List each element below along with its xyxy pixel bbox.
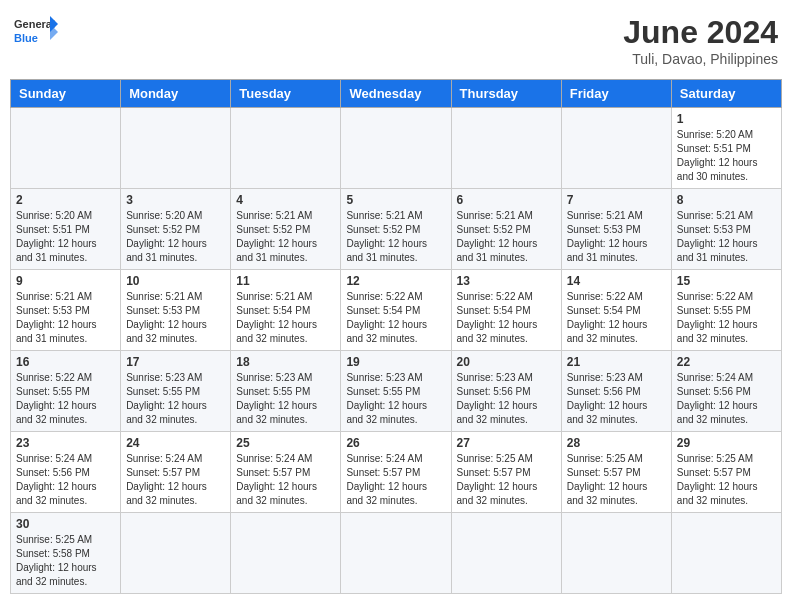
day-info: Sunrise: 5:20 AM Sunset: 5:52 PM Dayligh… [126, 209, 225, 265]
calendar-cell: 8Sunrise: 5:21 AM Sunset: 5:53 PM Daylig… [671, 189, 781, 270]
day-number: 7 [567, 193, 666, 207]
day-number: 2 [16, 193, 115, 207]
calendar-cell: 24Sunrise: 5:24 AM Sunset: 5:57 PM Dayli… [121, 432, 231, 513]
calendar-cell: 2Sunrise: 5:20 AM Sunset: 5:51 PM Daylig… [11, 189, 121, 270]
weekday-header-wednesday: Wednesday [341, 80, 451, 108]
generalblue-logo-icon: General Blue [14, 14, 58, 54]
calendar-cell: 27Sunrise: 5:25 AM Sunset: 5:57 PM Dayli… [451, 432, 561, 513]
day-number: 24 [126, 436, 225, 450]
day-info: Sunrise: 5:20 AM Sunset: 5:51 PM Dayligh… [677, 128, 776, 184]
calendar-cell [121, 108, 231, 189]
day-info: Sunrise: 5:21 AM Sunset: 5:54 PM Dayligh… [236, 290, 335, 346]
day-number: 23 [16, 436, 115, 450]
day-number: 27 [457, 436, 556, 450]
day-info: Sunrise: 5:21 AM Sunset: 5:52 PM Dayligh… [346, 209, 445, 265]
day-number: 12 [346, 274, 445, 288]
day-number: 22 [677, 355, 776, 369]
weekday-header-tuesday: Tuesday [231, 80, 341, 108]
day-number: 17 [126, 355, 225, 369]
calendar-cell [121, 513, 231, 594]
weekday-header-thursday: Thursday [451, 80, 561, 108]
day-info: Sunrise: 5:24 AM Sunset: 5:57 PM Dayligh… [236, 452, 335, 508]
calendar-cell: 4Sunrise: 5:21 AM Sunset: 5:52 PM Daylig… [231, 189, 341, 270]
calendar-cell: 21Sunrise: 5:23 AM Sunset: 5:56 PM Dayli… [561, 351, 671, 432]
day-number: 9 [16, 274, 115, 288]
day-number: 19 [346, 355, 445, 369]
calendar-week-row: 9Sunrise: 5:21 AM Sunset: 5:53 PM Daylig… [11, 270, 782, 351]
day-info: Sunrise: 5:23 AM Sunset: 5:55 PM Dayligh… [126, 371, 225, 427]
calendar-week-row: 1Sunrise: 5:20 AM Sunset: 5:51 PM Daylig… [11, 108, 782, 189]
calendar-cell: 22Sunrise: 5:24 AM Sunset: 5:56 PM Dayli… [671, 351, 781, 432]
calendar-cell: 11Sunrise: 5:21 AM Sunset: 5:54 PM Dayli… [231, 270, 341, 351]
day-number: 3 [126, 193, 225, 207]
day-info: Sunrise: 5:22 AM Sunset: 5:54 PM Dayligh… [346, 290, 445, 346]
weekday-header-friday: Friday [561, 80, 671, 108]
day-info: Sunrise: 5:22 AM Sunset: 5:55 PM Dayligh… [16, 371, 115, 427]
day-number: 14 [567, 274, 666, 288]
calendar-cell [11, 108, 121, 189]
day-number: 25 [236, 436, 335, 450]
calendar-cell [451, 513, 561, 594]
calendar-cell [561, 513, 671, 594]
weekday-header-sunday: Sunday [11, 80, 121, 108]
calendar-cell: 16Sunrise: 5:22 AM Sunset: 5:55 PM Dayli… [11, 351, 121, 432]
calendar-week-row: 23Sunrise: 5:24 AM Sunset: 5:56 PM Dayli… [11, 432, 782, 513]
logo-area: General Blue [14, 14, 58, 54]
day-number: 29 [677, 436, 776, 450]
calendar-cell: 9Sunrise: 5:21 AM Sunset: 5:53 PM Daylig… [11, 270, 121, 351]
calendar-cell: 26Sunrise: 5:24 AM Sunset: 5:57 PM Dayli… [341, 432, 451, 513]
calendar-cell: 1Sunrise: 5:20 AM Sunset: 5:51 PM Daylig… [671, 108, 781, 189]
day-info: Sunrise: 5:24 AM Sunset: 5:56 PM Dayligh… [677, 371, 776, 427]
day-info: Sunrise: 5:22 AM Sunset: 5:54 PM Dayligh… [457, 290, 556, 346]
day-info: Sunrise: 5:22 AM Sunset: 5:55 PM Dayligh… [677, 290, 776, 346]
day-info: Sunrise: 5:21 AM Sunset: 5:52 PM Dayligh… [457, 209, 556, 265]
calendar-cell: 15Sunrise: 5:22 AM Sunset: 5:55 PM Dayli… [671, 270, 781, 351]
day-info: Sunrise: 5:21 AM Sunset: 5:53 PM Dayligh… [126, 290, 225, 346]
day-info: Sunrise: 5:21 AM Sunset: 5:53 PM Dayligh… [16, 290, 115, 346]
calendar-week-row: 2Sunrise: 5:20 AM Sunset: 5:51 PM Daylig… [11, 189, 782, 270]
month-year-title: June 2024 [623, 14, 778, 51]
day-number: 1 [677, 112, 776, 126]
title-area: June 2024 Tuli, Davao, Philippines [623, 14, 778, 67]
weekday-header-row: SundayMondayTuesdayWednesdayThursdayFrid… [11, 80, 782, 108]
day-number: 20 [457, 355, 556, 369]
calendar-cell: 3Sunrise: 5:20 AM Sunset: 5:52 PM Daylig… [121, 189, 231, 270]
calendar-cell [231, 108, 341, 189]
day-number: 6 [457, 193, 556, 207]
day-number: 8 [677, 193, 776, 207]
weekday-header-saturday: Saturday [671, 80, 781, 108]
calendar-cell: 28Sunrise: 5:25 AM Sunset: 5:57 PM Dayli… [561, 432, 671, 513]
day-info: Sunrise: 5:23 AM Sunset: 5:56 PM Dayligh… [567, 371, 666, 427]
day-number: 15 [677, 274, 776, 288]
day-number: 5 [346, 193, 445, 207]
day-info: Sunrise: 5:20 AM Sunset: 5:51 PM Dayligh… [16, 209, 115, 265]
calendar-cell: 29Sunrise: 5:25 AM Sunset: 5:57 PM Dayli… [671, 432, 781, 513]
day-info: Sunrise: 5:23 AM Sunset: 5:56 PM Dayligh… [457, 371, 556, 427]
svg-text:General: General [14, 18, 55, 30]
calendar-cell: 18Sunrise: 5:23 AM Sunset: 5:55 PM Dayli… [231, 351, 341, 432]
calendar-week-row: 30Sunrise: 5:25 AM Sunset: 5:58 PM Dayli… [11, 513, 782, 594]
day-number: 21 [567, 355, 666, 369]
calendar-cell [671, 513, 781, 594]
day-info: Sunrise: 5:22 AM Sunset: 5:54 PM Dayligh… [567, 290, 666, 346]
day-number: 18 [236, 355, 335, 369]
day-info: Sunrise: 5:21 AM Sunset: 5:53 PM Dayligh… [567, 209, 666, 265]
calendar-cell: 19Sunrise: 5:23 AM Sunset: 5:55 PM Dayli… [341, 351, 451, 432]
day-number: 30 [16, 517, 115, 531]
calendar-cell: 14Sunrise: 5:22 AM Sunset: 5:54 PM Dayli… [561, 270, 671, 351]
location-subtitle: Tuli, Davao, Philippines [623, 51, 778, 67]
day-number: 16 [16, 355, 115, 369]
calendar-cell: 17Sunrise: 5:23 AM Sunset: 5:55 PM Dayli… [121, 351, 231, 432]
day-number: 28 [567, 436, 666, 450]
calendar-cell [561, 108, 671, 189]
calendar-cell: 6Sunrise: 5:21 AM Sunset: 5:52 PM Daylig… [451, 189, 561, 270]
calendar-cell [231, 513, 341, 594]
day-info: Sunrise: 5:21 AM Sunset: 5:52 PM Dayligh… [236, 209, 335, 265]
day-number: 10 [126, 274, 225, 288]
calendar-cell: 13Sunrise: 5:22 AM Sunset: 5:54 PM Dayli… [451, 270, 561, 351]
calendar-table: SundayMondayTuesdayWednesdayThursdayFrid… [10, 79, 782, 594]
day-info: Sunrise: 5:23 AM Sunset: 5:55 PM Dayligh… [346, 371, 445, 427]
calendar-cell: 7Sunrise: 5:21 AM Sunset: 5:53 PM Daylig… [561, 189, 671, 270]
calendar-cell [341, 513, 451, 594]
calendar-cell: 23Sunrise: 5:24 AM Sunset: 5:56 PM Dayli… [11, 432, 121, 513]
